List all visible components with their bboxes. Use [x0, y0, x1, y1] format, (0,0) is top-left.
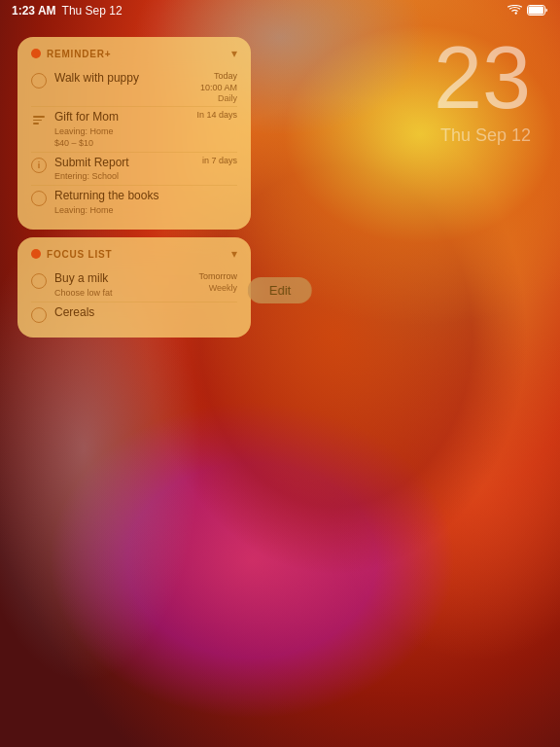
edit-button[interactable]: Edit [248, 277, 312, 303]
status-date: Thu Sep 12 [62, 4, 122, 18]
battery-icon [527, 5, 548, 18]
reminder-content: Returning the books Leaving: Home [54, 189, 237, 215]
reminder-circle-icon [31, 307, 47, 323]
reminder-recur: Weekly [198, 283, 237, 293]
reminder-days: in 7 days [202, 156, 237, 167]
reminder-meta: in 7 days [202, 156, 237, 167]
status-icons [508, 5, 548, 18]
reminder-circle-icon [31, 191, 47, 206]
reminder-subtitle: Leaving: Home [54, 126, 189, 137]
reminder-recur: Daily [200, 93, 237, 103]
reminder-title-text: Submit Report [54, 156, 194, 171]
reminder-content: Cereals [54, 305, 237, 321]
wifi-icon [508, 5, 522, 18]
info-icon: i [31, 158, 47, 173]
reminder-title-text: Walk with puppy [54, 71, 192, 87]
reminder-title-text: Cereals [54, 305, 237, 321]
focus-widget-header: FOCUS LIST ▾ [31, 247, 237, 261]
reminder-days: In 14 days [196, 110, 237, 122]
reminder-dot-icon [31, 49, 41, 58]
reminder-item-returning-books[interactable]: Returning the books Leaving: Home [31, 185, 237, 218]
svg-rect-1 [529, 6, 544, 14]
focus-title-row: FOCUS LIST [31, 249, 112, 260]
reminder-content: Submit Report Entering: School [54, 156, 194, 182]
reminder-title-text: Gift for Mom [54, 110, 189, 125]
reminder-meta: Today 10:00 AM Daily [200, 71, 237, 103]
reminder-subtitle: Choose low fat [54, 288, 191, 299]
widgets-container: REMINDER+ ▾ Walk with puppy Today 10:00 … [18, 37, 251, 338]
focus-dot-icon [31, 249, 41, 259]
focus-chevron-icon[interactable]: ▾ [231, 247, 237, 261]
reminder-title-text: Returning the books [54, 189, 237, 204]
reminder-meta: In 14 days [196, 110, 237, 122]
focus-widget-title: FOCUS LIST [47, 249, 112, 260]
status-bar: 1:23 AM Thu Sep 12 [0, 0, 560, 21]
reminder-title-row: REMINDER+ [31, 49, 111, 59]
clock-date: Thu Sep 12 [434, 125, 531, 146]
focus-item-buy-milk[interactable]: Buy a milk Choose low fat Tomorrow Weekl… [31, 268, 237, 301]
lines-icon [31, 112, 47, 127]
reminder-meta: Tomorrow Weekly [198, 271, 237, 293]
reminder-item-walk-puppy[interactable]: Walk with puppy Today 10:00 AM Daily [31, 68, 237, 106]
reminder-item-submit-report[interactable]: i Submit Report Entering: School in 7 da… [31, 152, 237, 185]
reminder-title-text: Buy a milk [54, 271, 191, 287]
reminder-content: Walk with puppy [54, 71, 192, 87]
reminder-chevron-icon[interactable]: ▾ [231, 47, 237, 60]
reminder-circle-icon [31, 273, 47, 289]
reminder-widget: REMINDER+ ▾ Walk with puppy Today 10:00 … [18, 37, 251, 230]
reminder-widget-title: REMINDER+ [47, 49, 111, 59]
reminder-subtitle: Leaving: Home [54, 205, 237, 216]
focus-item-cereals[interactable]: Cereals [31, 302, 237, 326]
reminder-widget-header: REMINDER+ ▾ [31, 47, 237, 60]
clock: 23 Thu Sep 12 [434, 34, 531, 146]
reminder-item-gift-mom[interactable]: Gift for Mom Leaving: Home $40 – $10 In … [31, 106, 237, 151]
reminder-subtitle: Entering: School [54, 171, 194, 182]
reminder-time: Today [200, 71, 237, 83]
status-time: 1:23 AM [12, 4, 56, 18]
reminder-day: Tomorrow [198, 271, 237, 283]
reminder-content: Buy a milk Choose low fat [54, 271, 191, 298]
reminder-clock: 10:00 AM [200, 83, 237, 94]
clock-time: 23 [434, 34, 531, 122]
reminder-circle-icon [31, 73, 47, 89]
reminder-price: $40 – $10 [54, 138, 189, 149]
focus-widget: FOCUS LIST ▾ Buy a milk Choose low fat T… [18, 237, 251, 337]
reminder-content: Gift for Mom Leaving: Home $40 – $10 [54, 110, 189, 148]
